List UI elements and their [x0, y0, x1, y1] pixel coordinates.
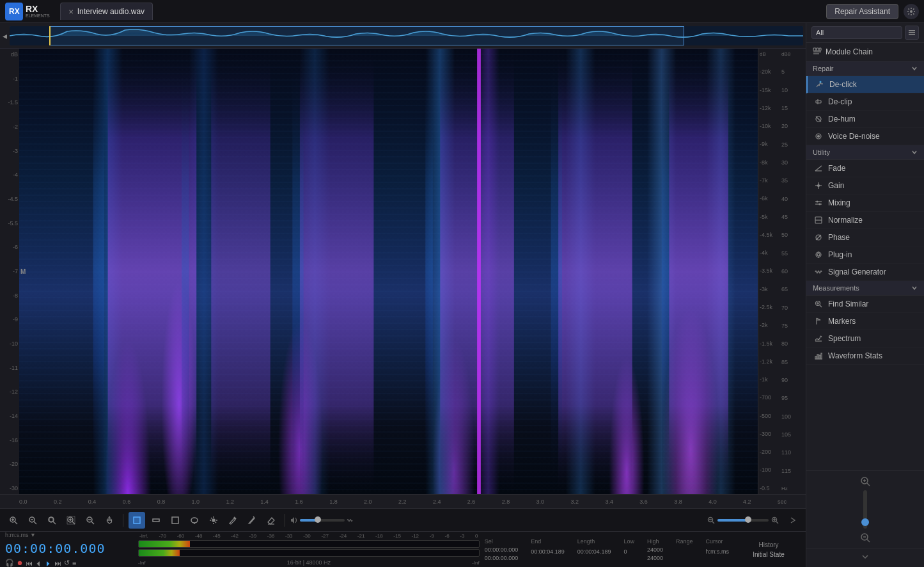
skip-back-icon[interactable]: ⏮: [26, 559, 33, 567]
repair-section-header[interactable]: Repair: [806, 61, 924, 76]
logo-area: RX RX ELEMENTS: [5, 3, 50, 20]
repair-chevron-icon: [911, 65, 918, 72]
transport-section: h:m:s.ms ▼ 00:00:00.000 🎧 ⏺ ⏮ ⏴ ⏵ ⏭ ↺ ≡: [5, 532, 133, 567]
spectrogram-container[interactable]: dB -1 -1.5 -2 -3 -4 -4.5 -5.5 -6 -7 -8 -…: [0, 49, 806, 494]
left-panel: ◂: [0, 23, 806, 567]
logo-subtitle: ELEMENTS: [26, 13, 50, 18]
svg-rect-14: [551, 49, 562, 494]
zoom-slider[interactable]: [717, 519, 769, 522]
svg-point-81: [819, 204, 821, 205]
phase-icon: [814, 233, 823, 242]
svg-line-24: [53, 522, 56, 524]
module-chain-button[interactable]: Module Chain: [806, 43, 924, 61]
select-freq-button[interactable]: [148, 512, 164, 529]
eraser-button[interactable]: [263, 512, 279, 529]
zoom-out-button[interactable]: [24, 512, 41, 529]
spectrogram-main[interactable]: M: [19, 49, 758, 494]
svg-rect-35: [153, 519, 159, 522]
play-back-icon[interactable]: ⏴: [35, 559, 42, 567]
loop-icon[interactable]: ↺: [64, 559, 70, 567]
zoom-reset-button[interactable]: [82, 512, 98, 529]
volume-slider[interactable]: [300, 519, 345, 522]
sidebar-item-de-clip[interactable]: De-clip: [806, 93, 924, 111]
tab-close-icon[interactable]: ✕: [68, 8, 74, 15]
repair-assistant-button[interactable]: Repair Assistant: [826, 4, 898, 19]
sidebar-item-de-hum[interactable]: De-hum: [806, 111, 924, 128]
meter-section: -Inf. -70 -60 -48 -45 -42 -39 -36 -33 -3…: [133, 533, 485, 566]
play-icon[interactable]: ⏵: [45, 559, 52, 567]
svg-rect-5: [300, 49, 374, 494]
magic-wand-button[interactable]: [205, 512, 222, 529]
sidebar-item-voice-de-noise[interactable]: Voice De-noise: [806, 128, 924, 145]
menu-icon[interactable]: ≡: [72, 559, 76, 567]
phase-label: Phase: [828, 233, 850, 242]
sidebar-filter-select[interactable]: All: [811, 26, 902, 39]
pan-tool-button[interactable]: [101, 512, 118, 529]
sel-start-value: 00:00:00.000: [485, 547, 519, 553]
svg-line-43: [215, 522, 217, 523]
overview-waveform[interactable]: [10, 26, 803, 45]
sidebar-vertical-zoom-slider[interactable]: [863, 490, 867, 529]
paint-button[interactable]: [244, 512, 260, 529]
overview-bar[interactable]: ◂: [0, 23, 806, 49]
measurements-section-label: Measurements: [813, 284, 859, 292]
settings-icon[interactable]: [904, 4, 919, 19]
overview-viewport[interactable]: [49, 26, 684, 45]
zoom-plus-icon[interactable]: [771, 516, 779, 524]
sidebar-item-mixing[interactable]: Mixing: [806, 195, 924, 212]
sidebar-item-find-similar[interactable]: Find Similar: [806, 296, 924, 313]
svg-point-80: [817, 201, 818, 203]
svg-point-73: [818, 136, 820, 138]
markers-icon: [814, 317, 823, 326]
sidebar-item-gain[interactable]: Gain: [806, 177, 924, 195]
svg-rect-58: [817, 48, 819, 51]
zoom-select-button[interactable]: [43, 512, 60, 529]
zoom-in-sidebar-icon[interactable]: [860, 476, 870, 486]
brush-button[interactable]: [224, 512, 241, 529]
active-tab[interactable]: ✕ Interview audio.wav: [60, 3, 153, 20]
svg-rect-98: [815, 356, 817, 359]
markers-label: Markers: [828, 317, 856, 326]
sidebar-item-markers[interactable]: Markers: [806, 313, 924, 330]
zoom-fit-button[interactable]: [63, 512, 79, 529]
time-format-label[interactable]: h:m:s.ms ▼: [5, 532, 36, 538]
sidebar-item-spectrum[interactable]: Spectrum: [806, 330, 924, 347]
zoom-in-button[interactable]: [5, 512, 22, 529]
zoom-minus-icon[interactable]: [707, 516, 715, 524]
sidebar-item-normalize[interactable]: Normalize: [806, 212, 924, 229]
sidebar-zoom-controls: [806, 470, 924, 548]
zoom-out-sidebar-icon[interactable]: [860, 532, 870, 543]
mixing-label: Mixing: [828, 198, 850, 207]
svg-line-17: [15, 522, 17, 524]
inf-label-right: -Inf: [472, 560, 480, 566]
sidebar-item-de-click[interactable]: De-click: [806, 76, 924, 93]
sidebar-item-signal-generator[interactable]: Signal Generator: [806, 264, 924, 281]
svg-rect-56: [909, 34, 915, 35]
expand-button[interactable]: [784, 512, 801, 529]
utility-section-header[interactable]: Utility: [806, 145, 924, 160]
skip-forward-icon[interactable]: ⏭: [54, 559, 61, 567]
sidebar-item-fade[interactable]: Fade: [806, 160, 924, 177]
volume-control: [290, 516, 353, 524]
top-bar: RX RX ELEMENTS ✕ Interview audio.wav Rep…: [0, 0, 924, 23]
svg-rect-7: [558, 49, 632, 494]
headphones-icon[interactable]: 🎧: [5, 559, 14, 567]
high-view-value: 24000: [647, 555, 663, 561]
toolbar-separator-1: [123, 514, 123, 527]
record-icon[interactable]: ⏺: [17, 559, 23, 566]
select-time-button[interactable]: [129, 512, 145, 529]
sidebar-item-phase[interactable]: Phase: [806, 229, 924, 246]
select-rect-button[interactable]: [167, 512, 184, 529]
sidebar-expand-button[interactable]: [806, 548, 924, 567]
svg-line-27: [72, 522, 75, 524]
sidebar-item-waveform-stats[interactable]: Waveform Stats: [806, 347, 924, 365]
high-sel-value: 24000: [647, 547, 663, 553]
stat-col-end: End 00:00:04.189: [531, 538, 565, 561]
svg-rect-59: [819, 48, 821, 51]
history-label: History: [758, 541, 778, 548]
select-lasso-button[interactable]: [186, 512, 203, 529]
sidebar-item-plug-in[interactable]: Plug-in: [806, 246, 924, 264]
measurements-section-header[interactable]: Measurements: [806, 281, 924, 296]
svg-text:RX: RX: [9, 7, 20, 16]
sidebar-menu-button[interactable]: [905, 26, 919, 40]
